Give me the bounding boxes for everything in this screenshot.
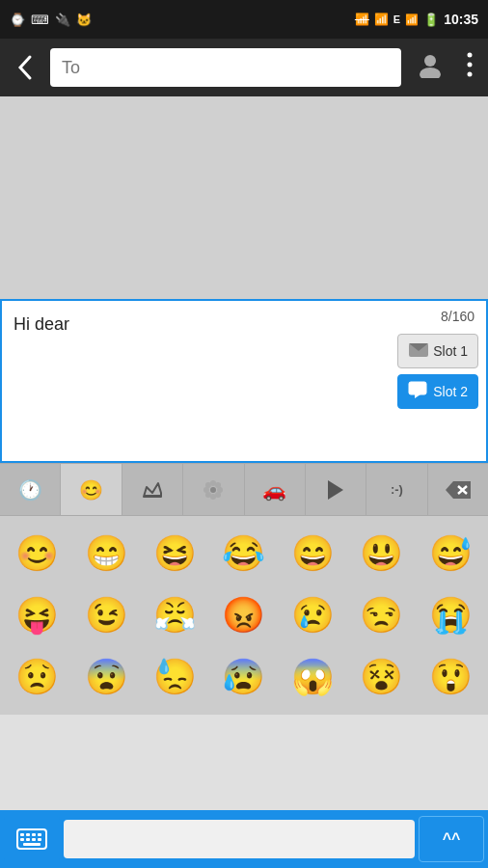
time-display: 10:35 [444, 12, 478, 27]
slot-buttons: Slot 1 Slot 2 [397, 334, 478, 409]
emoji-unamused[interactable]: 😒 [348, 585, 415, 645]
emoji-grinning[interactable]: 😁 [72, 524, 139, 583]
emoji-cold-sweat[interactable]: 😰 [210, 647, 277, 707]
svg-rect-10 [144, 495, 161, 498]
svg-rect-27 [32, 833, 36, 836]
svg-point-16 [205, 482, 211, 488]
alarm-icon: ⌚ [10, 13, 25, 27]
emoji-joy[interactable]: 😂 [210, 524, 277, 583]
tab-crown[interactable] [122, 464, 183, 515]
emoji-astonished[interactable]: 😲 [418, 647, 484, 707]
text-input-bar[interactable] [64, 820, 415, 858]
emoji-keyboard: 🕐 😊 🚗 [0, 463, 488, 715]
svg-point-1 [420, 68, 441, 78]
svg-rect-26 [26, 833, 30, 836]
emoji-scream[interactable]: 😱 [280, 647, 346, 707]
svg-point-0 [424, 55, 436, 67]
back-button[interactable] [8, 45, 42, 90]
svg-marker-9 [144, 483, 161, 497]
svg-marker-20 [328, 480, 343, 500]
bottom-bar: ^^ [0, 810, 488, 868]
status-icons-left: ⌚ ⌨ 🔌 🐱 [10, 13, 92, 27]
tab-flower[interactable] [183, 464, 244, 515]
slot2-button[interactable]: Slot 2 [397, 374, 478, 409]
emoji-sweat-smile[interactable]: 😅 [418, 524, 484, 583]
svg-point-11 [210, 487, 216, 493]
compose-box: 8/160 Hi dear Slot 1 Slot 2 [0, 299, 488, 463]
status-icons-right: 📶 📶 E 📶 🔋 10:35 [355, 12, 478, 27]
char-count: 8/160 [441, 309, 474, 324]
tab-play[interactable] [306, 464, 366, 515]
emoji-grin[interactable]: 😄 [280, 524, 346, 583]
svg-point-3 [468, 63, 473, 68]
emoji-sweat[interactable]: 😓 [142, 647, 208, 707]
tab-emoji[interactable]: 😊 [61, 464, 122, 515]
svg-point-2 [468, 53, 473, 58]
slot2-icon [408, 381, 429, 402]
emoji-grinning-smiling[interactable]: 😊 [4, 524, 70, 583]
emoji-laughing[interactable]: 😆 [142, 524, 208, 583]
contact-button[interactable] [409, 43, 451, 92]
keyboard-icon: ⌨ [31, 13, 49, 27]
message-text[interactable]: Hi dear [14, 314, 378, 335]
emoji-worried[interactable]: 😟 [4, 647, 70, 707]
message-area [0, 96, 488, 299]
slot1-label: Slot 1 [433, 343, 468, 359]
slot2-label: Slot 2 [433, 384, 468, 399]
scroll-up-label: ^^ [443, 830, 461, 848]
signal-bars-icon: 📶 [405, 14, 419, 26]
emoji-angry[interactable]: 😡 [210, 585, 277, 645]
top-bar [0, 39, 488, 96]
svg-rect-30 [26, 838, 30, 841]
scroll-up-button[interactable]: ^^ [419, 816, 484, 862]
to-input[interactable] [50, 48, 401, 87]
slot1-button[interactable]: Slot 1 [397, 334, 478, 368]
svg-rect-29 [20, 838, 24, 841]
emoji-triumph[interactable]: 😤 [142, 585, 208, 645]
tab-car[interactable]: 🚗 [245, 464, 306, 515]
emoji-stuck-out-tongue[interactable]: 😝 [4, 585, 70, 645]
wifi-icon: 📶 [374, 13, 389, 26]
emoji-smiley[interactable]: 😃 [348, 524, 415, 583]
status-bar: ⌚ ⌨ 🔌 🐱 📶 📶 E 📶 🔋 10:35 [0, 0, 488, 39]
emoji-dizzy-face[interactable]: 😵 [348, 647, 415, 707]
svg-rect-7 [409, 382, 426, 394]
emoji-cry[interactable]: 😢 [280, 585, 346, 645]
emoji-fearful[interactable]: 😨 [72, 647, 139, 707]
svg-point-19 [215, 492, 221, 498]
emoji-grid: 😊 😁 😆 😂 😄 😃 😅 😝 😉 😤 😡 😢 😒 😭 😟 😨 😓 😰 😱 😵 … [0, 516, 488, 715]
keyboard-toggle-button[interactable] [4, 816, 60, 862]
network-icon: E [393, 14, 400, 25]
svg-rect-25 [20, 833, 24, 836]
tab-backspace[interactable] [428, 464, 488, 515]
svg-marker-21 [446, 481, 471, 499]
cat-icon: 🐱 [76, 13, 92, 27]
svg-rect-31 [32, 838, 36, 841]
usb-icon: 🔌 [55, 13, 70, 27]
tab-emoticon[interactable]: :-) [366, 464, 427, 515]
emoji-sob[interactable]: 😭 [418, 585, 484, 645]
svg-rect-32 [38, 838, 41, 841]
svg-rect-28 [38, 833, 41, 836]
svg-point-17 [215, 482, 221, 488]
svg-point-18 [205, 492, 211, 498]
signal-icon: 📶 [355, 13, 369, 26]
battery-icon: 🔋 [423, 13, 439, 27]
svg-rect-33 [23, 843, 41, 846]
svg-marker-8 [415, 394, 420, 398]
svg-point-4 [468, 72, 473, 77]
tab-recent[interactable]: 🕐 [0, 464, 61, 515]
slot1-icon [408, 340, 429, 362]
emoji-tab-bar: 🕐 😊 🚗 [0, 463, 488, 516]
menu-button[interactable] [459, 44, 480, 91]
emoji-wink[interactable]: 😉 [72, 585, 139, 645]
